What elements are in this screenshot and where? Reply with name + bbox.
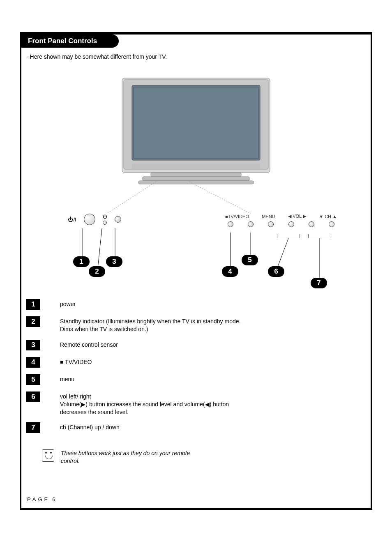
vol-right-icon: ▶ — [303, 214, 306, 219]
tv-illustration — [110, 74, 282, 189]
legend-item-5: 5 menu — [26, 374, 351, 385]
svg-rect-6 — [143, 177, 249, 181]
legend-text-5: menu — [60, 374, 74, 383]
svg-line-8 — [107, 182, 156, 214]
legend-item-3: 3 Remote control sensor — [26, 340, 351, 350]
intro-note: - Here shown may be somewhat different f… — [26, 53, 167, 60]
svg-line-9 — [189, 182, 251, 214]
legend-list: 1 power 2 Standby indicator (Illuminates… — [26, 299, 351, 465]
tip-note: These buttons work just as they do on yo… — [26, 449, 351, 464]
legend-item-6: 6 vol left/ right Volume(▶) button incre… — [26, 391, 351, 416]
legend-item-1: 1 power — [26, 299, 351, 310]
callout-7: 7 — [311, 278, 327, 288]
legend-num-5: 5 — [26, 374, 40, 385]
svg-line-11 — [98, 228, 102, 268]
standby-indicator — [103, 221, 107, 225]
tv-video-button[interactable] — [228, 221, 233, 227]
ch-up-button[interactable] — [329, 221, 334, 227]
legend-num-6: 6 — [26, 391, 40, 402]
legend-text-4: ■ TV/VIDEO — [60, 357, 92, 366]
power-symbol-label: ⏻/I — [68, 216, 76, 223]
ch-up-icon: ▲ — [332, 214, 337, 219]
section-heading: Front Panel Controls — [21, 35, 119, 48]
tip-text: These buttons work just as they do on yo… — [61, 449, 192, 464]
standby-symbol: ⏻ — [103, 214, 107, 219]
page-footer: PAGE6 — [27, 496, 56, 502]
svg-rect-5 — [151, 173, 241, 177]
svg-line-15 — [277, 238, 288, 269]
legend-item-4: 4 ■ TV/VIDEO — [26, 357, 351, 368]
vol-down-button[interactable] — [268, 221, 274, 227]
legend-text-2: Standby indicator (Illuminates brightly … — [60, 316, 241, 333]
ch-down-button[interactable] — [309, 221, 314, 227]
svg-rect-3 — [134, 87, 258, 159]
page-label: PAGE — [27, 496, 50, 502]
legend-num-7: 7 — [26, 422, 40, 433]
legend-item-2: 2 Standby indicator (Illuminates brightl… — [26, 316, 351, 333]
legend-item-7: 7 ch (Channel) up / down — [26, 422, 351, 433]
heading-cap — [105, 35, 119, 48]
ch-down-icon: ▼ — [319, 214, 323, 219]
tv-video-label: ■TV/VIDEO — [225, 214, 249, 219]
ch-label: CH — [325, 214, 331, 219]
legend-num-4: 4 — [26, 357, 40, 368]
legend-num-2: 2 — [26, 316, 40, 327]
callout-6: 6 — [268, 266, 284, 277]
callout-4: 4 — [222, 266, 238, 277]
vol-left-icon: ◀ — [288, 214, 291, 219]
callout-1: 1 — [73, 256, 90, 267]
right-button-cluster: ■TV/VIDEO MENU ◀ VOL ▶ ▼ CH ▲ 4 5 — [224, 214, 339, 227]
legend-num-1: 1 — [26, 299, 40, 310]
smiley-icon — [42, 449, 54, 462]
legend-text-7: ch (Channel) up / down — [60, 422, 120, 431]
menu-label: MENU — [262, 214, 275, 219]
remote-sensor — [115, 216, 121, 223]
callout-2: 2 — [89, 266, 105, 277]
legend-text-1: power — [60, 299, 76, 308]
legend-num-3: 3 — [26, 340, 40, 350]
vol-up-button[interactable] — [288, 221, 294, 227]
legend-text-3: Remote control sensor — [60, 340, 118, 349]
legend-text-6: vol left/ right Volume(▶) button increas… — [60, 391, 241, 416]
callout-3: 3 — [106, 256, 122, 267]
vol-label: VOL — [293, 214, 302, 219]
power-button[interactable] — [84, 214, 95, 225]
callout-5: 5 — [242, 255, 258, 265]
left-button-cluster: ⏻/I ⏻ 1 2 3 — [53, 214, 136, 225]
page-number: 6 — [52, 496, 56, 502]
menu-button[interactable] — [248, 221, 254, 227]
svg-rect-4 — [132, 164, 260, 170]
front-panel-controls-diagram: ⏻/I ⏻ 1 2 3 ■TV/VIDEO MENU ◀ VOL — [53, 214, 339, 288]
heading-text: Front Panel Controls — [21, 35, 105, 48]
